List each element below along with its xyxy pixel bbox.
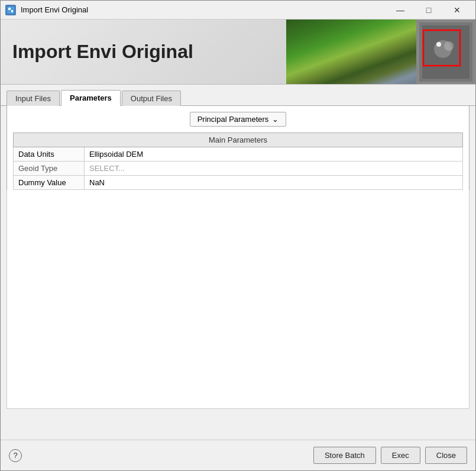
- small-photo: [416, 20, 475, 85]
- content-area: Principal Parameters ⌄ Main Parameters D…: [1, 106, 475, 470]
- bottom-bar: ? Store Batch Exec Close: [1, 440, 475, 470]
- chevron-down-icon: ⌄: [272, 115, 279, 124]
- store-batch-button[interactable]: Store Batch: [313, 447, 376, 464]
- table-row: Geoid Type SELECT...: [14, 162, 463, 176]
- minimize-button[interactable]: —: [387, 1, 414, 19]
- tab-output-files[interactable]: Output Files: [122, 91, 181, 106]
- svg-rect-1: [8, 8, 11, 10]
- svg-point-9: [436, 42, 441, 47]
- principal-parameters-dropdown[interactable]: Principal Parameters ⌄: [190, 112, 287, 127]
- table-row: Dummy Value: [14, 176, 463, 190]
- maximize-button[interactable]: □: [415, 1, 442, 19]
- header-banner: Import Envi Original: [1, 20, 475, 85]
- row-label-data-units: Data Units: [14, 147, 85, 162]
- dropdown-row: Principal Parameters ⌄: [13, 112, 463, 127]
- window-controls: — □ ✕: [387, 1, 471, 19]
- empty-params-area: [7, 190, 469, 409]
- dummy-value-input[interactable]: [89, 178, 458, 187]
- exec-button[interactable]: Exec: [381, 447, 420, 464]
- title-bar: Import Envi Original — □ ✕: [1, 1, 475, 20]
- row-value-geoid-type: SELECT...: [85, 162, 463, 176]
- header-title: Import Envi Original: [1, 41, 193, 63]
- params-table: Main Parameters Data Units Ellipsoidal D…: [13, 133, 463, 190]
- close-window-button[interactable]: ✕: [443, 1, 471, 19]
- row-value-dummy-value[interactable]: [85, 176, 463, 190]
- main-window: Import Envi Original — □ ✕ Import Envi O…: [0, 0, 476, 471]
- tab-bar: Input Files Parameters Output Files: [1, 85, 475, 106]
- aerial-photo: [286, 20, 416, 85]
- table-row: Data Units Ellipsoidal DEM: [14, 147, 463, 162]
- row-value-data-units: Ellipsoidal DEM: [85, 147, 463, 162]
- window-title: Import Envi Original: [21, 5, 387, 14]
- row-label-geoid-type: Geoid Type: [14, 162, 85, 176]
- section-header: Main Parameters: [14, 133, 463, 147]
- svg-point-7: [444, 41, 454, 51]
- help-button[interactable]: ?: [9, 449, 22, 462]
- tab-input-files[interactable]: Input Files: [7, 91, 60, 106]
- header-image: [286, 20, 475, 85]
- tab-parameters[interactable]: Parameters: [61, 90, 121, 106]
- app-icon: [5, 5, 16, 15]
- close-button[interactable]: Close: [425, 447, 467, 464]
- svg-rect-2: [11, 10, 13, 12]
- row-label-dummy-value: Dummy Value: [14, 176, 85, 190]
